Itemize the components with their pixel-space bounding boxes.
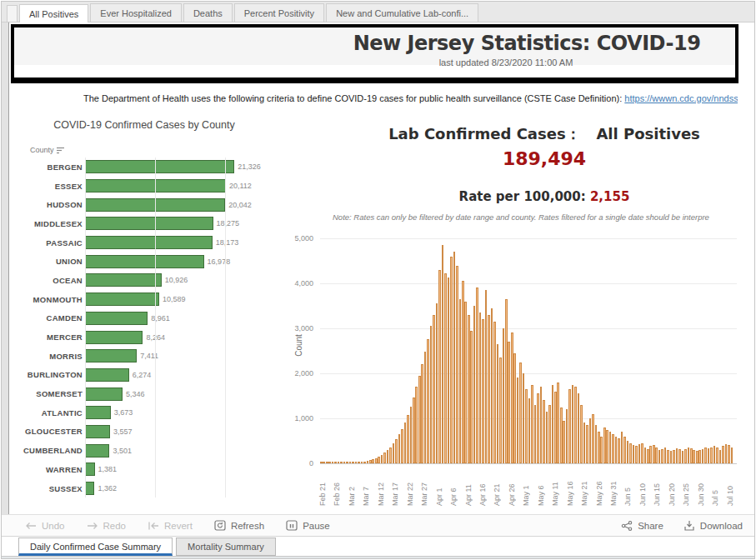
daily-bar[interactable]	[719, 450, 722, 463]
daily-bar[interactable]	[592, 414, 594, 463]
daily-bar[interactable]	[661, 449, 663, 463]
daily-bar[interactable]	[618, 438, 620, 463]
refresh-button[interactable]: Refresh	[214, 520, 264, 531]
daily-bar[interactable]	[568, 389, 571, 463]
daily-bar[interactable]	[401, 429, 403, 463]
daily-bar[interactable]	[415, 387, 418, 463]
daily-bar[interactable]	[540, 387, 543, 463]
daily-bar[interactable]	[525, 389, 528, 463]
daily-bar[interactable]	[436, 303, 438, 463]
daily-bar[interactable]	[519, 362, 522, 464]
daily-bar[interactable]	[503, 328, 505, 463]
daily-bar[interactable]	[389, 448, 392, 463]
daily-bar[interactable]	[433, 315, 435, 463]
daily-bar[interactable]	[676, 448, 678, 463]
county-bar[interactable]	[85, 425, 110, 438]
tab-deaths[interactable]: Deaths	[183, 3, 233, 22]
daily-bar[interactable]	[363, 462, 366, 463]
daily-bar[interactable]	[574, 387, 577, 463]
cste-definition-link[interactable]: https://wwwn.cdc.gov/nndss/	[624, 93, 738, 103]
daily-bar[interactable]	[358, 462, 360, 463]
daily-bar[interactable]	[670, 451, 673, 463]
daily-bar[interactable]	[566, 409, 568, 463]
daily-bar[interactable]	[456, 266, 458, 463]
tab-new-cumulative[interactable]: New and Cumulative Lab-confi...	[326, 3, 478, 22]
daily-bar[interactable]	[352, 462, 354, 463]
county-bar[interactable]	[85, 388, 123, 401]
daily-bar[interactable]	[554, 392, 557, 463]
daily-bar[interactable]	[338, 462, 340, 463]
daily-bar[interactable]	[696, 451, 698, 463]
daily-bar[interactable]	[413, 398, 415, 463]
daily-bar[interactable]	[424, 352, 427, 463]
redo-button[interactable]: Redo	[87, 521, 127, 531]
tab-all-positives[interactable]: All Positives	[19, 4, 88, 22]
daily-bar[interactable]	[346, 462, 348, 463]
daily-bar[interactable]	[690, 448, 693, 463]
daily-bar[interactable]	[647, 449, 649, 463]
daily-bar[interactable]	[340, 462, 343, 463]
daily-bar[interactable]	[627, 441, 629, 463]
daily-bar[interactable]	[499, 358, 502, 463]
daily-bar[interactable]	[381, 455, 383, 463]
daily-bar[interactable]	[688, 448, 690, 463]
county-bar[interactable]	[85, 462, 95, 476]
daily-bar[interactable]	[375, 458, 378, 463]
county-bar[interactable]	[85, 292, 159, 306]
daily-bar[interactable]	[731, 448, 733, 463]
daily-bar[interactable]	[479, 312, 482, 463]
daily-bar[interactable]	[444, 273, 447, 463]
daily-bar[interactable]	[517, 378, 519, 463]
daily-bar[interactable]	[710, 448, 713, 463]
daily-bar[interactable]	[320, 462, 323, 463]
daily-bar[interactable]	[578, 393, 580, 463]
county-bar[interactable]	[85, 331, 143, 344]
county-bar[interactable]	[85, 236, 213, 249]
daily-bar[interactable]	[716, 448, 718, 463]
county-bar[interactable]	[85, 444, 109, 458]
daily-bar[interactable]	[560, 408, 563, 464]
daily-bar[interactable]	[606, 430, 608, 464]
daily-bar[interactable]	[603, 428, 606, 463]
daily-bar[interactable]	[383, 452, 386, 463]
daily-bar[interactable]	[361, 462, 363, 463]
daily-bar[interactable]	[655, 448, 658, 463]
daily-bar[interactable]	[427, 339, 429, 463]
daily-bar[interactable]	[583, 422, 586, 463]
daily-bar[interactable]	[678, 449, 681, 463]
pause-button[interactable]: Pause	[286, 520, 330, 531]
county-bar[interactable]	[85, 482, 94, 495]
daily-bar[interactable]	[728, 445, 730, 463]
daily-bar[interactable]	[418, 376, 421, 463]
daily-bar[interactable]	[638, 444, 641, 463]
daily-bar[interactable]	[586, 425, 588, 463]
daily-bar[interactable]	[548, 405, 551, 463]
daily-bar[interactable]	[552, 385, 554, 464]
daily-bar[interactable]	[612, 434, 614, 463]
daily-bar[interactable]	[722, 446, 724, 463]
county-bar[interactable]	[85, 160, 234, 173]
county-bar[interactable]	[85, 312, 148, 325]
daily-bar[interactable]	[511, 332, 513, 463]
daily-bar[interactable]	[693, 450, 695, 463]
daily-bar[interactable]	[653, 445, 655, 463]
daily-bar[interactable]	[698, 450, 701, 463]
daily-bar[interactable]	[343, 462, 346, 463]
tab-ever-hospitalized[interactable]: Ever Hospitalized	[90, 3, 182, 22]
county-bar[interactable]	[85, 255, 204, 268]
county-bar[interactable]	[85, 349, 137, 362]
daily-bar[interactable]	[468, 315, 470, 463]
daily-bar[interactable]	[349, 462, 352, 463]
daily-bar[interactable]	[644, 448, 647, 463]
daily-bar[interactable]	[355, 462, 358, 463]
daily-bar[interactable]	[635, 446, 638, 463]
daily-bar[interactable]	[572, 385, 574, 464]
daily-bar[interactable]	[589, 418, 592, 463]
daily-bar[interactable]	[598, 432, 600, 463]
daily-bar[interactable]	[658, 450, 661, 463]
daily-bar[interactable]	[609, 432, 612, 463]
daily-bar[interactable]	[623, 437, 626, 463]
daily-bar[interactable]	[470, 331, 473, 463]
daily-bar[interactable]	[393, 443, 395, 463]
daily-bar[interactable]	[580, 405, 583, 463]
